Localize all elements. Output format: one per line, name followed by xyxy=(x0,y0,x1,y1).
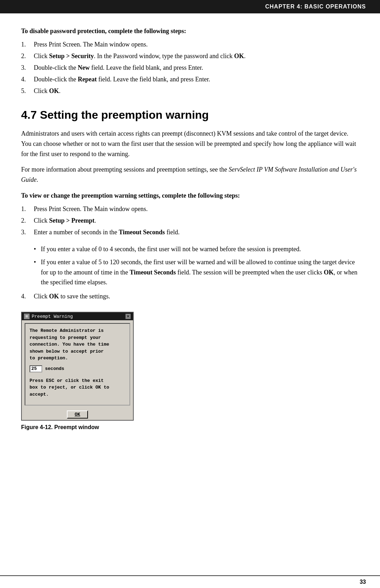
section-47-steps: 1. Press Print Screen. The Main window o… xyxy=(21,204,359,237)
bullet-text: If you enter a value of 5 to 120 seconds… xyxy=(41,257,359,287)
page-container: CHAPTER 4: BASIC OPERATIONS To disable p… xyxy=(0,0,380,588)
dialog-titlebar-left: ⊠ Preempt Warning xyxy=(24,314,73,319)
disable-password-steps: 1. Press Print Screen. The Main window o… xyxy=(21,40,359,96)
step-text: Press Print Screen. The Main window open… xyxy=(34,40,359,49)
list-item: 2. Click Setup > Preempt. xyxy=(21,216,359,225)
step-text: Click OK. xyxy=(34,86,359,96)
bullet-dot: • xyxy=(34,257,41,287)
step-num: 3. xyxy=(21,228,34,237)
bullet-text: If you enter a value of 0 to 4 seconds, … xyxy=(41,244,359,254)
section-47-title: 4.7 Setting the preemption warning xyxy=(21,109,359,122)
step-text: Click Setup > Preempt. xyxy=(34,216,359,225)
disable-password-section: To disable password protection, complete… xyxy=(21,27,359,96)
step-text: Press Print Screen. The Main window open… xyxy=(34,204,359,214)
chapter-header-text: CHAPTER 4: BASIC OPERATIONS xyxy=(265,4,366,10)
figure-container: ⊠ Preempt Warning ✕ The Remote Administr… xyxy=(21,312,359,431)
step4-list: 4. Click OK to save the settings. xyxy=(21,292,359,301)
step-num: 1. xyxy=(21,204,34,214)
list-item: • If you enter a value of 5 to 120 secon… xyxy=(34,257,359,287)
bullet-dot: • xyxy=(34,244,41,254)
dialog-titlebar: ⊠ Preempt Warning ✕ xyxy=(22,312,133,320)
list-item: 1. Press Print Screen. The Main window o… xyxy=(21,204,359,214)
list-item: 4. Double-click the Repeat field. Leave … xyxy=(21,75,359,84)
dialog-seconds-row: seconds xyxy=(30,365,125,372)
disable-password-heading: To disable password protection, complete… xyxy=(21,27,359,35)
section-47: 4.7 Setting the preemption warning Admin… xyxy=(21,109,359,301)
dialog-close-button[interactable]: ✕ xyxy=(125,314,131,319)
page-number: 33 xyxy=(360,579,366,585)
step-num: 2. xyxy=(21,51,34,61)
step-text: Double-click the Repeat field. Leave the… xyxy=(34,75,359,84)
sub-heading-text: To view or change the preemption warning… xyxy=(21,192,240,199)
sub-heading: To view or change the preemption warning… xyxy=(21,192,359,199)
list-item: 5. Click OK. xyxy=(21,86,359,96)
para2-plain: For more information about preempting se… xyxy=(21,166,229,173)
list-item: 4. Click OK to save the settings. xyxy=(21,292,359,301)
step-num: 3. xyxy=(21,63,34,73)
list-item: 2. Click Setup > Security. In the Passwo… xyxy=(21,51,359,61)
para2-end: . xyxy=(37,176,38,183)
preempt-warning-dialog: ⊠ Preempt Warning ✕ The Remote Administr… xyxy=(21,312,134,421)
step-text: Double-click the New field. Leave the fi… xyxy=(34,63,359,73)
step-text: Click OK to save the settings. xyxy=(34,292,359,301)
main-content: To disable password protection, complete… xyxy=(0,13,380,575)
list-item: • If you enter a value of 0 to 4 seconds… xyxy=(34,244,359,254)
seconds-label: seconds xyxy=(45,366,64,371)
section-47-para2: For more information about preempting se… xyxy=(21,165,359,185)
dialog-title: Preempt Warning xyxy=(32,314,73,319)
step-num: 5. xyxy=(21,86,34,96)
chapter-header: CHAPTER 4: BASIC OPERATIONS xyxy=(0,0,380,13)
step-num: 2. xyxy=(21,216,34,225)
step-num: 4. xyxy=(21,292,34,301)
list-item: 1. Press Print Screen. The Main window o… xyxy=(21,40,359,49)
dialog-ok-button[interactable]: OK xyxy=(67,410,88,419)
page-footer: 33 xyxy=(0,575,380,588)
section-47-para1: Administrators and users with certain ac… xyxy=(21,129,359,159)
figure-caption: Figure 4-12. Preempt window xyxy=(21,424,99,431)
seconds-input[interactable] xyxy=(30,365,42,372)
list-item: 3. Enter a number of seconds in the Time… xyxy=(21,228,359,237)
dialog-footer-text: Press ESC or click the exitbox to reject… xyxy=(30,377,125,398)
list-item: 3. Double-click the New field. Leave the… xyxy=(21,63,359,73)
step-text: Click Setup > Security. In the Password … xyxy=(34,51,359,61)
step-num: 4. xyxy=(21,75,34,84)
bullet-list: • If you enter a value of 0 to 4 seconds… xyxy=(34,244,359,287)
step-text: Enter a number of seconds in the Timeout… xyxy=(34,228,359,237)
step-num: 1. xyxy=(21,40,34,49)
dialog-app-icon: ⊠ xyxy=(24,314,30,319)
dialog-message: The Remote Administrator isrequesting to… xyxy=(30,327,125,362)
dialog-ok-row: OK xyxy=(22,408,133,420)
dialog-body: The Remote Administrator isrequesting to… xyxy=(25,323,130,406)
